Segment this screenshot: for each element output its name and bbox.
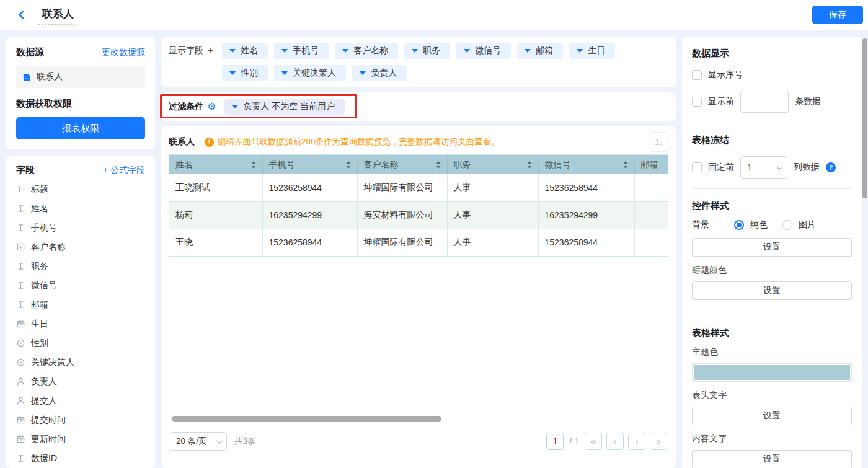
field-item-owner[interactable]: 负责人 — [16, 372, 145, 391]
field-item-email[interactable]: 邮箱 — [16, 295, 145, 314]
calendar-icon — [16, 319, 25, 329]
total-pages: / 1 — [569, 436, 579, 446]
filter-condition-chip[interactable]: 负责人 不为空 当前用户 — [224, 99, 345, 115]
field-item-wechat[interactable]: 微信号 — [16, 276, 145, 295]
last-page-button[interactable]: » — [650, 433, 667, 450]
sort-order-button[interactable]: 1↓ — [650, 132, 668, 152]
text-icon — [16, 262, 25, 271]
display-chip-key-decider[interactable]: 关键决策人 — [274, 65, 346, 81]
page-size-select[interactable]: 20 条/页 — [170, 432, 227, 451]
field-item-job[interactable]: 职务 — [16, 257, 145, 276]
sort-arrows-icon[interactable] — [346, 161, 351, 169]
filter-settings-gear-icon[interactable]: ⚙ — [207, 102, 216, 112]
display-chip-gender[interactable]: 性别 — [222, 65, 268, 81]
sort-arrows-icon[interactable] — [527, 161, 532, 169]
display-chip-phone[interactable]: 手机号 — [274, 43, 329, 59]
show-first-suffix: 条数据 — [795, 96, 821, 107]
column-header-customer[interactable]: 客户名称 — [357, 155, 447, 174]
column-header-name[interactable]: 姓名 — [169, 155, 262, 174]
fix-columns-checkbox[interactable] — [692, 162, 702, 172]
sort-arrows-icon[interactable] — [436, 161, 441, 169]
display-fields-panel: 显示字段 + 姓名 手机号 客户名称 职务 微信号 邮箱 生日 性别 关键决策人… — [161, 37, 676, 87]
person-icon — [16, 377, 25, 386]
select-icon — [16, 242, 25, 252]
datasource-item-label: 联系人 — [37, 71, 63, 82]
table-header-row: 姓名 手机号 客户名称 职务 微信号 邮箱 — [169, 155, 668, 174]
left-sidebar: 数据源 更改数据源 联系人 数据获取权限 报表权限 字段 + 公式字段 标题 姓… — [6, 37, 155, 468]
prev-page-button[interactable]: ‹ — [606, 433, 624, 450]
fields-card: 字段 + 公式字段 标题 姓名 手机号 客户名称 职务 微信号 邮箱 生日 性别… — [6, 156, 155, 468]
datasource-item[interactable]: 联系人 — [16, 66, 145, 88]
sort-arrows-icon[interactable] — [623, 161, 628, 169]
top-bar: 联系人 保存 — [0, 0, 868, 30]
display-chip-name[interactable]: 姓名 — [222, 43, 268, 59]
field-item-update-time[interactable]: 更新时间 — [16, 430, 145, 449]
field-item-phone[interactable]: 手机号 — [16, 218, 145, 237]
chevron-down-icon — [216, 438, 223, 444]
change-datasource-link[interactable]: 更改数据源 — [102, 47, 145, 58]
current-page-input[interactable]: 1 — [546, 433, 564, 450]
data-display-title: 数据显示 — [692, 48, 852, 60]
chevron-down-icon — [577, 49, 583, 53]
field-item-data-id[interactable]: 数据ID — [16, 449, 145, 468]
show-index-checkbox[interactable] — [692, 70, 702, 80]
text-icon — [16, 223, 25, 232]
save-button[interactable]: 保存 — [812, 6, 863, 24]
theme-color-swatch[interactable] — [692, 363, 852, 382]
show-first-checkbox[interactable] — [692, 97, 702, 107]
add-formula-field-link[interactable]: + 公式字段 — [103, 165, 145, 176]
chevron-down-icon — [412, 49, 418, 53]
sort-arrows-icon[interactable] — [251, 161, 256, 169]
report-permission-button[interactable]: 报表权限 — [16, 117, 145, 139]
title-color-label: 标题颜色 — [692, 265, 852, 276]
settings-sidebar: 数据显示 显示序号 显示前 条数据 表格冻结 固定前 1 列数据 — [682, 37, 862, 468]
chevron-down-icon — [342, 49, 348, 53]
display-chip-wechat[interactable]: 微信号 — [456, 43, 511, 59]
table-row: 王晓测试15236258944坤曜国际有限公司人事15236258944 — [169, 174, 668, 201]
content-text-set-button[interactable]: 设置 — [692, 450, 852, 468]
display-chip-job[interactable]: 职务 — [404, 43, 450, 59]
help-icon[interactable]: ? — [826, 162, 836, 172]
field-item-key-decider[interactable]: 关键决策人 — [16, 353, 145, 372]
display-chip-owner[interactable]: 负责人 — [352, 65, 407, 81]
vertical-scrollbar[interactable] — [862, 38, 867, 198]
header-text-set-button[interactable]: 设置 — [692, 407, 852, 425]
field-item-submit-time[interactable]: 提交时间 — [16, 410, 145, 430]
back-icon[interactable] — [16, 9, 27, 20]
display-field-chips: 姓名 手机号 客户名称 职务 微信号 邮箱 生日 性别 关键决策人 负责人 — [222, 43, 656, 81]
column-header-job[interactable]: 职务 — [447, 155, 538, 174]
column-header-wechat[interactable]: 微信号 — [538, 155, 634, 174]
header-text-label: 表头文字 — [692, 390, 852, 401]
title-icon — [16, 185, 25, 194]
solid-color-label: 纯色 — [750, 219, 768, 231]
chevron-down-icon — [464, 49, 470, 53]
content-text-label: 内容文字 — [692, 433, 852, 444]
field-item-customer[interactable]: 客户名称 — [16, 237, 145, 257]
fix-columns-select[interactable]: 1 — [740, 156, 787, 179]
image-radio[interactable] — [782, 220, 792, 230]
calendar-icon — [16, 415, 25, 425]
table-freeze-title: 表格冻结 — [692, 135, 852, 146]
add-display-field-button[interactable]: + — [208, 45, 213, 56]
first-page-button[interactable]: « — [585, 433, 602, 450]
next-page-button[interactable]: › — [628, 433, 645, 450]
field-item-submitter[interactable]: 提交人 — [16, 391, 145, 410]
field-list: 标题 姓名 手机号 客户名称 职务 微信号 邮箱 生日 性别 关键决策人 负责人… — [16, 180, 145, 468]
title-color-set-button[interactable]: 设置 — [692, 281, 852, 300]
pagination-bar: 20 条/页 共3条 1 / 1 « ‹ › » — [169, 425, 668, 457]
display-chip-customer[interactable]: 客户名称 — [335, 43, 398, 59]
field-item-name[interactable]: 姓名 — [16, 199, 145, 218]
solid-color-radio[interactable] — [734, 220, 744, 230]
display-chip-birthday[interactable]: 生日 — [569, 43, 615, 59]
field-item-birthday[interactable]: 生日 — [16, 314, 145, 333]
column-header-email[interactable]: 邮箱 — [634, 155, 668, 174]
display-chip-email[interactable]: 邮箱 — [517, 43, 563, 59]
column-header-phone[interactable]: 手机号 — [262, 155, 357, 174]
row-limit-input[interactable] — [740, 91, 789, 113]
chevron-down-icon — [360, 71, 366, 75]
field-item-gender[interactable]: 性别 — [16, 333, 145, 353]
text-icon — [16, 454, 25, 463]
field-item-title[interactable]: 标题 — [16, 180, 145, 199]
background-set-button[interactable]: 设置 — [692, 238, 852, 257]
horizontal-scrollbar[interactable] — [172, 416, 441, 422]
